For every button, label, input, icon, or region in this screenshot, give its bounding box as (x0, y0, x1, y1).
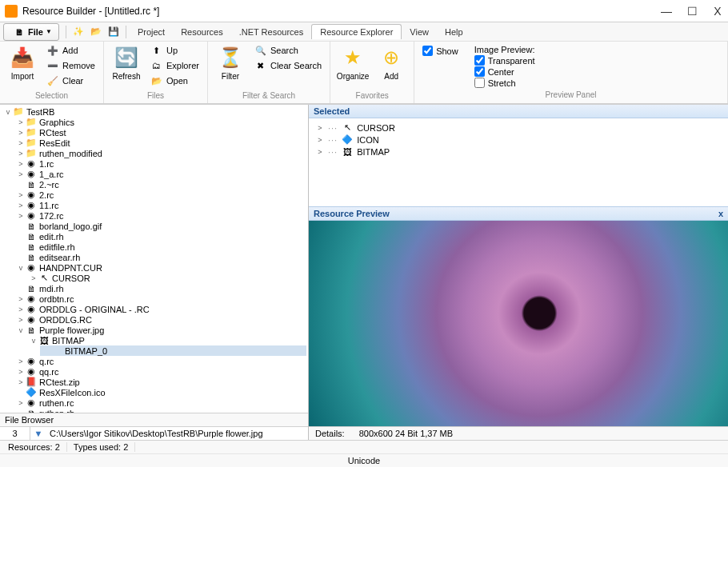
transparent-checkbox-row[interactable]: Transparent (474, 55, 535, 66)
expander-icon[interactable]: > (16, 129, 26, 137)
tree-row[interactable]: >◉1.rc (14, 158, 306, 169)
tree-row[interactable]: v🖼BITMAP (27, 335, 306, 345)
node-icon: 🗎 (26, 180, 37, 190)
tab-view[interactable]: View (402, 25, 437, 39)
tree-row[interactable]: >◉1_a.rc (14, 169, 306, 179)
preview-close-button[interactable]: x (718, 209, 723, 218)
expander-icon[interactable]: > (16, 212, 26, 220)
tree-row[interactable]: v◉HANDPNT.CUR (14, 262, 306, 273)
clear-button[interactable]: 🧹Clear (43, 74, 98, 88)
tab-resources[interactable]: Resources (173, 25, 231, 39)
expander-icon[interactable]: > (16, 139, 26, 147)
tree-row[interactable]: 🔷ResXFileIcon.ico (14, 387, 306, 397)
tree-row[interactable]: >📕RCtest.zip (14, 377, 306, 387)
expander-icon[interactable]: > (315, 136, 325, 144)
expander-icon[interactable]: > (16, 118, 26, 126)
node-label: editsear.rh (39, 253, 80, 262)
tree-row[interactable]: >◉172.rc (14, 210, 306, 221)
node-label: CURSOR (52, 274, 90, 283)
tab-net-resources[interactable]: .NET Resources (231, 25, 312, 39)
tree-row[interactable]: >📁Graphics (14, 117, 306, 127)
clear-search-button[interactable]: ✖Clear Search (251, 58, 325, 73)
transparent-checkbox[interactable] (474, 55, 485, 66)
expander-icon[interactable]: > (29, 274, 38, 282)
tree-row[interactable]: >◉2.rc (14, 190, 306, 200)
selected-item[interactable]: >···🔷ICON (315, 134, 722, 146)
tree-row[interactable]: >📁ruthen_modified (14, 148, 306, 158)
expander-icon[interactable]: > (16, 357, 26, 365)
up-button[interactable]: ⬆Up (147, 43, 202, 58)
save-icon[interactable]: 💾 (107, 26, 120, 38)
tree-row[interactable]: 🗎editsear.rh (14, 252, 306, 262)
open-icon[interactable]: 📂 (90, 26, 102, 38)
expander-icon[interactable]: v (29, 337, 38, 345)
tree-row[interactable]: >📁RCtest (14, 127, 306, 138)
selected-item[interactable]: >···↖CURSOR (315, 122, 722, 134)
tab-project[interactable]: Project (130, 25, 173, 39)
tree-row[interactable]: >◉ruthen.rc (14, 397, 306, 408)
tree-row[interactable]: BITMAP_0 (40, 345, 306, 356)
selected-item[interactable]: >···🖼BITMAP (315, 146, 722, 158)
tree-row[interactable]: 🗎borland_logo.gif (14, 221, 306, 231)
center-checkbox[interactable] (474, 66, 485, 77)
tree-row[interactable]: >↖CURSOR (27, 273, 306, 283)
tree-row[interactable]: >◉11.rc (14, 200, 306, 210)
expander-icon[interactable]: > (16, 150, 26, 158)
center-checkbox-row[interactable]: Center (474, 66, 535, 77)
tree-row[interactable]: v🗎Purple flower.jpg (14, 325, 306, 335)
up-icon: ⬆ (150, 44, 163, 57)
import-button[interactable]: 📥 Import (5, 43, 40, 82)
tab-help[interactable]: Help (437, 25, 471, 39)
expander-icon[interactable]: v (16, 264, 26, 272)
expander-icon[interactable]: v (3, 108, 13, 116)
tree-row[interactable]: >◉ORDDLG - ORIGINAL - .RC (14, 304, 306, 314)
explorer-button[interactable]: 🗂Explorer (147, 58, 202, 73)
expander-icon[interactable]: > (16, 191, 26, 199)
tree-row[interactable]: >📁ResEdit (14, 138, 306, 148)
open-button[interactable]: 📂Open (147, 74, 202, 88)
filter-button[interactable]: ⏳ Filter (213, 43, 248, 82)
expander-icon[interactable]: > (16, 399, 26, 407)
tree-row[interactable]: >◉q.rc (14, 356, 306, 366)
file-menu-button[interactable]: 🗎 File ▼ (3, 23, 59, 41)
item-icon: 🖼 (341, 147, 354, 157)
expander-icon[interactable]: > (315, 124, 325, 132)
add-button[interactable]: ➕Add (43, 43, 98, 58)
expander-icon[interactable]: > (16, 305, 26, 313)
expander-icon[interactable]: > (16, 202, 26, 210)
tree-row[interactable]: >◉qq.rc (14, 366, 306, 377)
organize-button[interactable]: ★ Organize (335, 43, 370, 82)
refresh-button[interactable]: 🔄 Refresh (109, 43, 144, 82)
show-checkbox-row[interactable]: Show (422, 46, 458, 56)
close-button[interactable]: X (712, 5, 723, 18)
funnel-icon[interactable]: ▼ (30, 429, 46, 438)
expander-icon[interactable]: > (16, 378, 26, 386)
tree-row[interactable]: 🗎2.~rc (14, 179, 306, 190)
tree-row[interactable]: v 📁 TestRB (2, 106, 306, 117)
selected-list[interactable]: >···↖CURSOR>···🔷ICON>···🖼BITMAP (309, 118, 728, 206)
expander-icon[interactable]: > (315, 148, 325, 156)
search-button[interactable]: 🔍Search (251, 43, 325, 58)
expander-icon[interactable]: > (16, 368, 26, 376)
maximize-button[interactable]: ☐ (686, 5, 698, 18)
tree-row[interactable]: 🗎edit.rh (14, 231, 306, 242)
stretch-checkbox[interactable] (474, 78, 485, 88)
show-checkbox[interactable] (422, 46, 433, 56)
expander-icon[interactable]: > (16, 316, 26, 324)
stretch-checkbox-row[interactable]: Stretch (474, 78, 535, 88)
tree-row[interactable]: 🗎mdi.rh (14, 283, 306, 293)
tree-row[interactable]: >◉ordbtn.rc (14, 293, 306, 304)
expander-icon[interactable]: > (16, 295, 26, 303)
remove-button[interactable]: ➖Remove (43, 58, 98, 73)
tab-resource-explorer[interactable]: Resource Explorer (311, 24, 402, 39)
minimize-button[interactable]: — (661, 5, 672, 18)
expander-icon[interactable]: v (16, 326, 26, 334)
add-favorite-button[interactable]: ⊕ Add (374, 43, 409, 82)
tree-row[interactable]: 🗎editfile.rh (14, 242, 306, 252)
file-tree[interactable]: v 📁 TestRB >📁Graphics>📁RCtest>📁ResEdit>📁… (0, 105, 308, 413)
expander-icon[interactable]: > (16, 160, 26, 168)
node-icon: 🗎 (26, 232, 37, 242)
expander-icon[interactable]: > (16, 170, 26, 178)
new-icon[interactable]: ✨ (72, 26, 85, 38)
tree-row[interactable]: >◉ORDDLG.RC (14, 314, 306, 325)
